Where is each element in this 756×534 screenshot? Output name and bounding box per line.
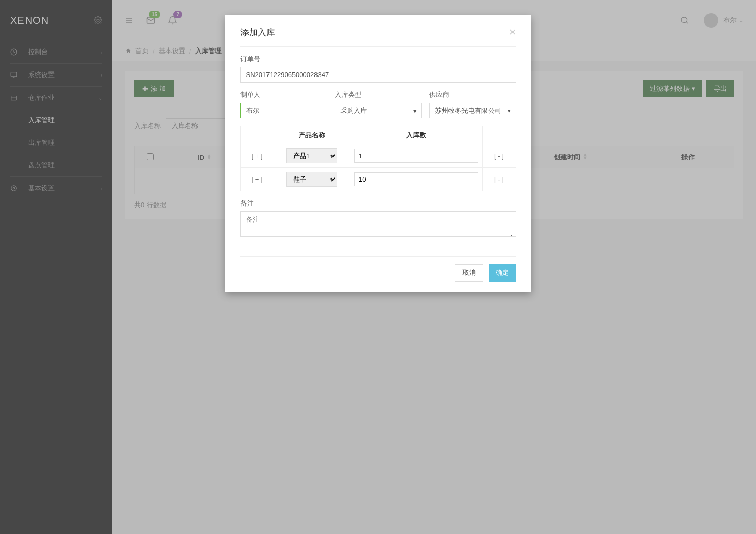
qty-input[interactable] — [354, 172, 478, 186]
col-del — [482, 126, 516, 144]
confirm-button[interactable]: 确定 — [489, 264, 516, 282]
supplier-label: 供应商 — [429, 90, 516, 99]
modal-title: 添加入库 — [240, 27, 509, 38]
type-label: 入库类型 — [335, 90, 422, 99]
order-label: 订单号 — [240, 55, 516, 64]
product-select[interactable]: 鞋子 — [286, 172, 337, 187]
order-input[interactable] — [240, 67, 516, 83]
product-select[interactable]: 产品1 — [286, 148, 337, 163]
creator-label: 制单人 — [240, 90, 327, 99]
add-row-button[interactable]: [ + ] — [240, 168, 274, 191]
cancel-button[interactable]: 取消 — [455, 264, 483, 282]
qty-input[interactable] — [354, 149, 478, 163]
add-row-button[interactable]: [ + ] — [240, 144, 274, 168]
creator-input[interactable] — [240, 103, 327, 118]
modal-body: 订单号 制单人 入库类型 采购入库 供应商 苏州牧冬光电有限公 — [225, 47, 531, 256]
modal-header: 添加入库 × — [225, 15, 531, 46]
del-row-button[interactable]: [ - ] — [482, 144, 516, 168]
product-table: 产品名称 入库数 [ + ] 产品1 [ - ] [ + ] 鞋子 [ - ] — [240, 126, 516, 191]
col-product-name: 产品名称 — [274, 126, 350, 144]
type-select[interactable]: 采购入库 — [335, 103, 422, 118]
close-icon[interactable]: × — [509, 26, 516, 39]
product-row: [ + ] 产品1 [ - ] — [240, 144, 516, 168]
modal-footer: 取消 确定 — [240, 256, 516, 292]
modal-add-inbound: 添加入库 × 订单号 制单人 入库类型 采购入库 供应商 — [225, 15, 531, 292]
remark-textarea[interactable] — [240, 211, 516, 237]
col-qty: 入库数 — [350, 126, 482, 144]
del-row-button[interactable]: [ - ] — [482, 168, 516, 191]
supplier-select[interactable]: 苏州牧冬光电有限公司 — [429, 103, 516, 118]
col-add — [240, 126, 274, 144]
remark-label: 备注 — [240, 199, 516, 208]
product-row: [ + ] 鞋子 [ - ] — [240, 168, 516, 191]
